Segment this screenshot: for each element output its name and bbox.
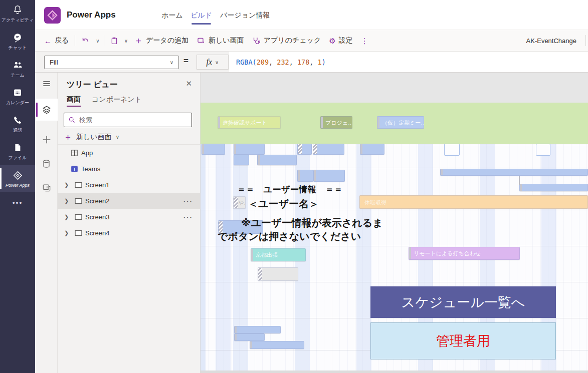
event-label: リモートによる打ち合わせ [414,250,481,257]
sidebar-item-power-apps[interactable]: Power Apps [0,165,35,192]
tab-build[interactable]: ビルド [190,11,212,20]
new-screen-dropdown[interactable]: ＋ 新しい画面 ∨ [64,131,119,143]
formula-input[interactable]: RGBA(209, 232, 178, 1) [229,52,588,72]
close-icon[interactable]: ✕ [185,79,192,88]
sidebar-item-label: カレンダー [6,100,29,106]
event-bar[interactable] [234,155,249,165]
sidebar-item-files[interactable]: ファイル [0,138,35,165]
event-bar[interactable] [519,184,588,191]
stethoscope-icon [252,37,261,45]
event-bar[interactable] [258,267,298,281]
chevron-right-icon[interactable]: ❯ [64,182,74,188]
warning-text-line1: ※ユーザー情報が表示されるま [241,216,383,230]
event-block[interactable]: プロジェ… [320,116,352,129]
add-data-button[interactable]: ＋ データの追加 [130,33,192,49]
event-bar[interactable] [297,144,312,155]
tab-components[interactable]: コンポーネント [92,95,142,107]
tab-screens[interactable]: 画面 [67,95,81,107]
power-apps-logo-icon[interactable] [44,7,61,24]
event-block[interactable]: 休暇取得 [359,195,588,209]
tree-item-screen1[interactable]: ❯Screen1 [58,177,200,193]
formula-text: RGBA(209, 232, 178, 1) [236,58,326,66]
event-bar[interactable] [313,170,345,182]
event-bar[interactable] [234,144,265,155]
rail-insert-button[interactable] [35,129,58,151]
vertical-dots-icon: ⋮ [361,37,368,45]
event-block[interactable]: （仮）定期ミー… [377,116,424,129]
event-bar[interactable] [234,326,281,333]
event-block[interactable]: 京都出張 [251,248,306,261]
settings-button[interactable]: ⚙ 設定 [325,33,356,49]
event-bar[interactable] [313,144,344,155]
event-left-tab [441,169,443,175]
back-button[interactable]: ← 戻る [40,33,73,49]
event-block[interactable]: 進捗確認サポート [218,116,281,129]
tree-item-app[interactable]: App [58,145,200,161]
tree-item-screen4[interactable]: ❯Screen4 [58,225,200,241]
event-bar[interactable] [440,169,588,176]
rail-media-button[interactable] [35,177,58,199]
tree-item-screen2[interactable]: ❯Screen2··· [58,193,200,209]
app-title: Power Apps [67,10,116,20]
admin-button[interactable]: 管理者用 [370,322,556,359]
svg-text:T: T [73,166,76,171]
power-apps-logo-glyph [44,7,61,24]
sidebar-item-teams[interactable]: チーム [0,55,35,83]
event-block[interactable]: や… [233,196,246,209]
undo-button[interactable] [77,33,94,49]
tree-item-screen3[interactable]: ❯Screen3··· [58,209,200,225]
event-bar[interactable] [536,144,550,156]
schedule-list-button[interactable]: スケジュール一覧へ [370,286,556,318]
app-canvas: 進捗確認サポートプロジェ…（仮）定期ミー…休暇取得や…京都出張リモートによる打ち… [201,73,588,373]
tab-home[interactable]: ホーム [161,11,183,20]
event-left-tab [520,184,522,191]
sidebar-more-button[interactable]: ••• [0,192,35,214]
undo-dropdown-chevron-icon[interactable]: ∨ [94,38,101,44]
menu-button[interactable] [35,73,58,95]
event-bar[interactable] [360,144,384,155]
chevron-right-icon[interactable]: ❯ [64,214,74,220]
studio-left-rail [35,73,58,373]
fx-selector[interactable]: fx ∨ [197,55,229,70]
event-block[interactable]: リモートによる打ち合わせ [409,247,520,260]
item-menu-dots-icon[interactable]: ··· [183,197,193,205]
event-left-tab [360,144,362,154]
chevron-right-icon[interactable]: ❯ [64,230,74,236]
rail-tree-view-button[interactable] [35,99,58,121]
event-label: 進捗確認サポート [223,119,267,126]
power-apps-icon [12,170,24,181]
paste-button[interactable] [106,33,122,49]
event-left-tab [234,144,236,154]
tree-search-box[interactable] [64,113,192,127]
sidebar-item-chat[interactable]: チャット [0,28,35,55]
plus-icon [41,134,52,145]
formula-bar: Fill ∨ = fx ∨ RGBA(209, 232, 178, 1) [35,52,588,73]
chevron-right-icon[interactable]: ❯ [64,198,74,204]
tree-item-label: Screen3 [85,213,109,221]
event-bar[interactable] [444,144,460,156]
item-menu-dots-icon[interactable]: ··· [183,213,193,221]
paste-dropdown-chevron-icon[interactable]: ∨ [122,38,130,44]
event-bar[interactable] [297,170,313,182]
tab-version-info[interactable]: バージョン情報 [220,11,270,20]
event-left-tab [258,155,260,165]
sidebar-item-calls[interactable]: 通話 [0,110,35,138]
app-checker-button[interactable]: アプリのチェック [248,33,325,49]
event-bar[interactable] [234,333,265,341]
clipboard-icon [110,37,118,45]
calendar-row-line [201,246,588,246]
gear-icon: ⚙ [329,37,335,45]
event-bar[interactable] [202,144,225,155]
search-input[interactable] [79,116,187,124]
tree-view-panel: ツリー ビュー ✕ 画面 コンポーネント ＋ 新しい画面 ∨ AppTTeams… [58,73,201,373]
tree-item-teams[interactable]: TTeams [58,161,200,177]
sidebar-item-activity[interactable]: アクティビティ [0,0,35,28]
sidebar-item-calendar[interactable]: カレンダー [0,83,35,110]
property-selector[interactable]: Fill ∨ [44,56,179,69]
rail-data-button[interactable] [35,153,58,175]
more-commands-button[interactable]: ⋮ [357,33,372,49]
event-bar[interactable] [257,155,297,165]
event-bar[interactable] [250,341,304,349]
undo-icon [81,37,90,45]
new-screen-button[interactable]: 新しい画面 [192,33,248,49]
